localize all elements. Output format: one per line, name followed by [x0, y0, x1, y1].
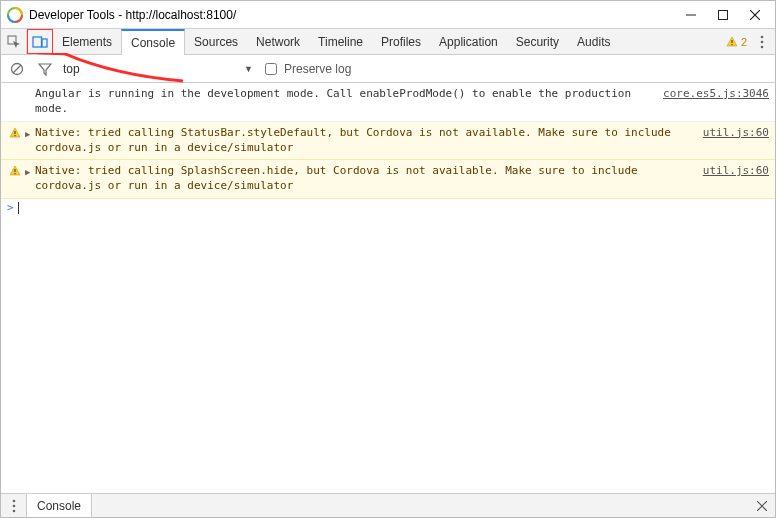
drawer-menu-button[interactable]: [1, 494, 27, 517]
svg-rect-6: [33, 37, 42, 47]
svg-point-11: [761, 40, 764, 43]
app-icon: [7, 7, 23, 23]
context-selector[interactable]: top ▼: [63, 62, 253, 76]
svg-point-20: [12, 504, 15, 507]
warning-icon: [5, 126, 25, 156]
window-titlebar: Developer Tools - http://localhost:8100/: [1, 1, 775, 29]
tab-application[interactable]: Application: [430, 29, 507, 54]
inspect-element-button[interactable]: [1, 29, 27, 54]
console-output: Angular is running in the development mo…: [1, 83, 775, 493]
minimize-button[interactable]: [675, 4, 707, 26]
maximize-button[interactable]: [707, 4, 739, 26]
devtools-menu-button[interactable]: [755, 35, 769, 49]
svg-rect-8: [731, 40, 732, 43]
svg-point-10: [761, 35, 764, 38]
log-message: Native: tried calling SplashScreen.hide,…: [35, 164, 703, 194]
log-source-link[interactable]: util.js:60: [703, 164, 769, 194]
drawer-tab-console[interactable]: Console: [27, 494, 92, 517]
log-source-link[interactable]: util.js:60: [703, 126, 769, 156]
tab-sources[interactable]: Sources: [185, 29, 247, 54]
tab-network[interactable]: Network: [247, 29, 309, 54]
svg-rect-9: [731, 44, 732, 45]
context-label: top: [63, 62, 80, 76]
tab-elements[interactable]: Elements: [53, 29, 121, 54]
svg-rect-18: [14, 173, 15, 174]
expand-icon[interactable]: ▶: [25, 126, 35, 156]
svg-rect-16: [14, 135, 15, 136]
tab-security[interactable]: Security: [507, 29, 568, 54]
preserve-log-label: Preserve log: [284, 62, 351, 76]
tab-console[interactable]: Console: [121, 29, 185, 55]
svg-point-12: [761, 45, 764, 48]
tab-timeline[interactable]: Timeline: [309, 29, 372, 54]
device-toolbar-toggle[interactable]: [27, 29, 53, 54]
console-prompt[interactable]: >: [1, 199, 775, 216]
warning-count-badge[interactable]: 2: [726, 36, 747, 48]
svg-point-19: [12, 499, 15, 502]
devtools-tabbar: Elements Console Sources Network Timelin…: [1, 29, 775, 55]
prompt-chevron-icon: >: [7, 201, 14, 214]
svg-rect-17: [14, 169, 15, 172]
log-row: Angular is running in the development mo…: [1, 83, 775, 122]
expand-icon[interactable]: ▶: [25, 164, 35, 194]
close-button[interactable]: [739, 4, 771, 26]
warning-count: 2: [741, 36, 747, 48]
drawer-close-button[interactable]: [749, 494, 775, 517]
log-row: ▶ Native: tried calling SplashScreen.hid…: [1, 160, 775, 199]
log-message: Angular is running in the development mo…: [35, 87, 663, 117]
svg-rect-2: [719, 10, 728, 19]
log-row: ▶ Native: tried calling StatusBar.styleD…: [1, 122, 775, 161]
tab-profiles[interactable]: Profiles: [372, 29, 430, 54]
warning-icon: [5, 164, 25, 194]
drawer-bar: Console: [1, 493, 775, 517]
warning-icon: [726, 36, 738, 48]
log-message: Native: tried calling StatusBar.styleDef…: [35, 126, 703, 156]
svg-line-14: [13, 65, 21, 73]
filter-button[interactable]: [35, 59, 55, 79]
svg-point-21: [12, 509, 15, 512]
preserve-log-checkbox[interactable]: [265, 63, 277, 75]
tab-audits[interactable]: Audits: [568, 29, 619, 54]
console-toolbar: top ▼ Preserve log: [1, 55, 775, 83]
chevron-down-icon: ▼: [244, 64, 253, 74]
svg-rect-15: [14, 131, 15, 134]
text-cursor: [18, 202, 19, 214]
svg-rect-7: [42, 39, 47, 47]
window-title: Developer Tools - http://localhost:8100/: [29, 8, 675, 22]
clear-console-button[interactable]: [7, 59, 27, 79]
log-source-link[interactable]: core.es5.js:3046: [663, 87, 769, 117]
